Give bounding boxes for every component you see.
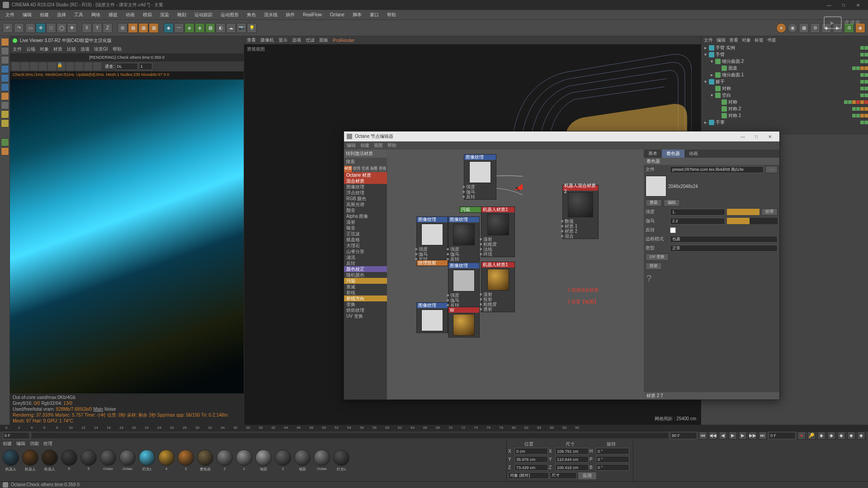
uv-icon[interactable] [1, 147, 9, 155]
render-settings-button[interactable]: ▦ [149, 23, 159, 33]
timeline-scrub[interactable] [32, 433, 668, 438]
autokey-button[interactable]: 🔑 [807, 432, 816, 440]
coord-system-button[interactable]: ⊞ [118, 23, 127, 33]
keyframe-rot-button[interactable]: ◆ [837, 432, 845, 440]
rotate-tool[interactable]: ◯ [57, 23, 66, 33]
menu-item[interactable]: 脚本 [349, 11, 365, 19]
workplane-icon[interactable] [1, 101, 9, 109]
size-y-input[interactable] [555, 456, 589, 463]
help-icon[interactable]: ? [644, 271, 779, 286]
snap-icon[interactable] [1, 110, 9, 118]
material-swatch[interactable]: 1 [235, 450, 253, 471]
category-tab[interactable]: 纹理 [353, 166, 361, 172]
axis-z-button[interactable]: Z [103, 23, 113, 33]
menu-item[interactable]: 纹理 [43, 441, 52, 447]
prev-frame-button[interactable]: ◀ [719, 432, 727, 440]
menu-item[interactable]: 文件 [2, 11, 18, 19]
axis-mode-icon[interactable] [1, 56, 9, 64]
main-menubar[interactable]: 文件编辑创建选择工具网络捕捉动画模拟渲染雕刻运动跟踪运动图形角色流水线插件Rea… [0, 10, 868, 20]
edit-button[interactable]: 编辑 [664, 199, 680, 206]
select-tool[interactable]: ▭ [25, 23, 35, 33]
rot-h-input[interactable] [596, 448, 629, 455]
lv-focus-icon[interactable] [66, 62, 74, 70]
menu-item[interactable]: 对象 [742, 37, 751, 43]
object-mode-icon[interactable] [1, 47, 9, 55]
material-swatch[interactable]: 2 [216, 450, 234, 471]
prev-key-button[interactable]: ◀◀ [709, 432, 717, 440]
add-light-button[interactable]: 💡 [247, 23, 257, 33]
goto-active-material-button[interactable]: 转到激活材质 [344, 150, 387, 158]
menu-item[interactable]: 选项 [292, 37, 301, 43]
dialog-titlebar[interactable]: Octane 节点编辑器 — □ ✕ [344, 131, 779, 141]
node-octane-material-1[interactable]: 机器人材质1 漫射 粗糙度 法线 环境 [481, 206, 515, 257]
menu-item[interactable]: 模拟 [139, 11, 156, 19]
menu-item[interactable]: 材质 [53, 46, 62, 52]
dialog-menubar[interactable]: 编辑创建视图帮助 [344, 141, 779, 150]
tree-row[interactable]: ▾空白 [701, 92, 868, 99]
render-button[interactable]: ▦ [128, 23, 138, 33]
tree-row[interactable]: 面盘 [701, 65, 868, 71]
menu-item[interactable]: 创建 [36, 11, 52, 19]
material-swatch[interactable]: 机器人 [21, 450, 39, 472]
menu-item[interactable]: 选项 [80, 46, 90, 52]
menu-item[interactable]: 文件 [704, 37, 713, 43]
keyframe-pla-button[interactable]: ◆ [857, 432, 865, 440]
tree-row[interactable]: 对称.1 [701, 112, 868, 119]
attr-tab-basic[interactable]: 基本 [644, 150, 662, 158]
tree-row[interactable]: ▾手臂 [701, 51, 868, 58]
node-type-item[interactable]: 颜色校正 [344, 266, 387, 272]
node-type-item[interactable]: 正弦波 [344, 231, 387, 237]
timeline-ruler[interactable]: 0246810121416182022242628303234363840424… [0, 425, 868, 432]
axis-y-button[interactable]: Y [92, 23, 102, 33]
node-type-item[interactable]: 烘焙纹理 [344, 307, 387, 313]
scale-tool[interactable]: □ [46, 23, 56, 33]
lv-refresh-icon[interactable] [21, 62, 29, 70]
lv-gear-icon[interactable] [48, 62, 56, 70]
object-tree[interactable]: ▸手臂 实例▾手臂▾细分曲面.2面盘▸细分曲面.1▾躯干对称▾空白对称对称.2对… [701, 44, 868, 135]
menu-item[interactable]: 标签 [755, 37, 764, 43]
undo-button[interactable]: ↶ [3, 23, 13, 33]
node-type-item[interactable]: 衰减 [344, 284, 387, 290]
node-w[interactable]: W [448, 307, 480, 338]
menu-item[interactable]: 编辑 [347, 142, 356, 149]
menu-item[interactable]: 功能 [30, 441, 39, 447]
lv-pin-icon[interactable] [84, 62, 92, 70]
attr-tab-anim[interactable]: 动画 [684, 150, 703, 158]
menu-item[interactable]: 书签 [767, 37, 776, 43]
node-image-texture-4[interactable]: 图像纹理 强度 伽马 反转 [448, 263, 480, 308]
material-swatch[interactable]: 地面 [255, 450, 273, 472]
add-spline-button[interactable]: 〰 [174, 23, 184, 33]
dialog-maximize-button[interactable]: □ [750, 134, 763, 139]
render-region-button[interactable]: ▦ [138, 23, 148, 33]
menu-item[interactable]: 显示 [278, 37, 288, 43]
goto-start-button[interactable]: ⏮ [699, 432, 707, 440]
menu-item[interactable]: 创建 [360, 142, 369, 149]
menu-item[interactable]: 埃里GI [94, 46, 108, 52]
menu-item[interactable]: 渲染 [156, 11, 173, 19]
coord-mode-select[interactable] [508, 472, 549, 479]
material-swatch[interactable]: Octan [99, 450, 117, 471]
menu-item[interactable]: 插件 [282, 11, 298, 19]
node-mix-material-output[interactable]: 机器人混合材质2 数值 材质 1 材质 2 混合 [562, 185, 599, 239]
size-z-input[interactable] [555, 464, 589, 471]
keyframe-scale-button[interactable]: ◆ [827, 432, 835, 440]
gamma-input[interactable] [670, 218, 725, 225]
menu-item[interactable]: 窗口 [366, 11, 382, 19]
menu-item[interactable]: 工具 [71, 11, 87, 19]
add-camera-button[interactable]: 📷 [236, 23, 246, 33]
node-type-item[interactable]: 大理石 [344, 243, 387, 249]
keyframe-pos-button[interactable]: ◆ [817, 432, 826, 440]
menu-item[interactable]: 云端 [26, 46, 35, 52]
menu-item[interactable]: 视图 [374, 142, 383, 149]
tree-row[interactable]: 对称 [701, 99, 868, 105]
uv-transform-button[interactable]: UV 变换 [646, 253, 669, 261]
octane-settings-icon[interactable]: ▦ [799, 23, 809, 33]
current-frame-input[interactable] [769, 432, 796, 439]
menu-item[interactable]: 帮助 [383, 11, 400, 19]
node-search-input[interactable]: 搜索 [344, 158, 387, 166]
texture-thumbnail[interactable] [646, 176, 666, 197]
dialog-close-button[interactable]: ✕ [763, 134, 777, 139]
add-subdivision-button[interactable]: ◈ [195, 23, 205, 33]
dialog-minimize-button[interactable]: — [736, 134, 750, 139]
node-image-texture-3[interactable]: 图像纹理 [416, 302, 448, 333]
